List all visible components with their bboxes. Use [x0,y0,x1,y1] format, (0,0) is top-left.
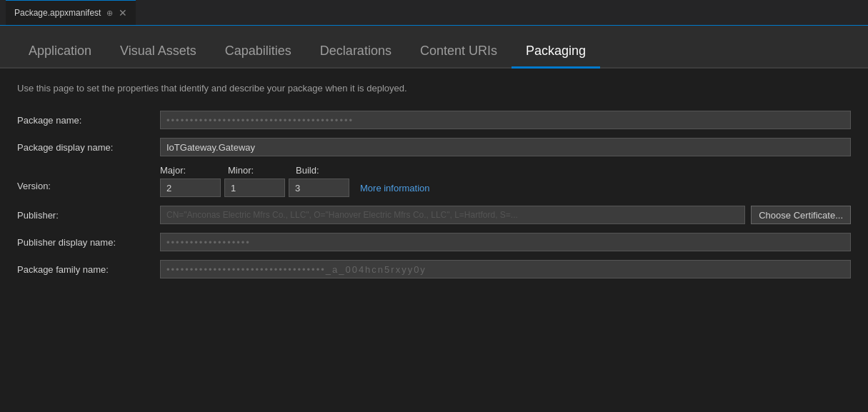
title-bar: Package.appxmanifest ⊕ ✕ [0,0,868,26]
publisher-display-name-input[interactable] [160,233,851,251]
major-input[interactable] [160,179,221,197]
minor-input[interactable] [224,179,285,197]
pin-icon: ⊕ [106,9,113,18]
more-info-link[interactable]: More information [360,183,430,194]
publisher-input-wrap: Choose Certificate... [160,206,851,224]
package-family-name-input[interactable] [160,260,851,278]
build-label: Build: [296,165,360,177]
version-inputs: More information [160,179,430,197]
package-display-name-input[interactable] [160,138,851,156]
package-family-name-row: Package family name: [17,260,851,278]
tab-content-uris[interactable]: Content URIs [406,38,512,67]
version-row: Version: Major: Minor: Build: More infor… [17,165,851,197]
file-tab[interactable]: Package.appxmanifest ⊕ ✕ [6,0,136,25]
publisher-display-name-label: Publisher display name: [17,237,160,248]
tab-application[interactable]: Application [14,38,106,67]
package-display-name-row: Package display name: [17,138,851,156]
publisher-row: Publisher: Choose Certificate... [17,206,851,224]
major-label: Major: [160,165,224,177]
tab-visual-assets[interactable]: Visual Assets [106,38,211,67]
tab-filename: Package.appxmanifest [14,8,101,18]
publisher-input[interactable] [160,206,745,224]
publisher-label: Publisher: [17,210,160,221]
content-area: Use this page to set the properties that… [0,69,868,301]
publisher-display-name-row: Publisher display name: [17,233,851,251]
package-family-name-label: Package family name: [17,264,160,275]
close-icon[interactable]: ✕ [119,7,127,19]
package-name-row: Package name: [17,111,851,129]
version-label: Version: [17,165,160,191]
package-name-label: Package name: [17,115,160,126]
version-sub-labels: Major: Minor: Build: [160,165,430,177]
tab-declarations[interactable]: Declarations [306,38,406,67]
package-name-input[interactable] [160,111,851,129]
minor-label: Minor: [228,165,292,177]
tab-packaging[interactable]: Packaging [512,38,600,67]
build-input[interactable] [289,179,349,197]
page-description: Use this page to set the properties that… [17,83,851,94]
nav-tabs: Application Visual Assets Capabilities D… [0,26,868,69]
tab-capabilities[interactable]: Capabilities [211,38,306,67]
package-display-name-label: Package display name: [17,142,160,153]
version-fields: Major: Minor: Build: More information [160,165,430,197]
choose-certificate-button[interactable]: Choose Certificate... [751,206,851,224]
